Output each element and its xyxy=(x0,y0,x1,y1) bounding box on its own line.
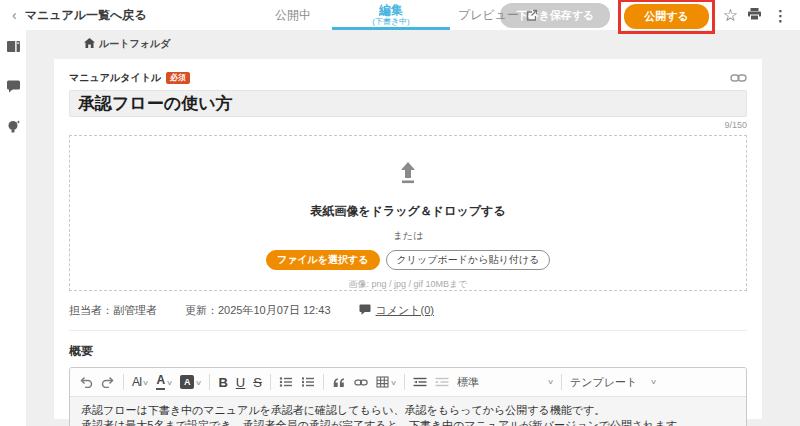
publish-button[interactable]: 公開する xyxy=(624,4,709,29)
manual-title-input[interactable] xyxy=(69,90,747,117)
manual-title-label: マニュアルタイトル xyxy=(69,71,161,85)
ordered-list-button[interactable] xyxy=(301,376,315,388)
manual-editor-app: ‹ マニュアル一覧へ戻る 公開中 編集 (下書き中) プレビュー xyxy=(0,0,800,426)
chevron-down-icon: ∨ xyxy=(390,379,397,386)
comments-link[interactable]: コメント(0) xyxy=(359,303,434,318)
copy-link-icon[interactable] xyxy=(730,72,747,84)
left-sidebar xyxy=(0,30,26,426)
section-divider xyxy=(69,330,747,331)
paste-clipboard-button[interactable]: クリップボードから貼り付ける xyxy=(386,250,551,270)
breadcrumb[interactable]: ルートフォルダ xyxy=(84,37,800,51)
upload-icon xyxy=(395,160,421,190)
overview-text-area[interactable]: 承認フローは下書き中のマニュアルを承認者に確認してもらい、承認をもらってから公開… xyxy=(70,397,746,426)
required-badge: 必須 xyxy=(166,72,190,84)
owner-text: 担当者：副管理者 xyxy=(69,303,157,318)
more-menu-button[interactable]: ⋮ xyxy=(771,8,790,23)
cover-image-dropzone[interactable]: 表紙画像をドラッグ＆ドロップする または ファイルを選択する クリップボードから… xyxy=(69,135,747,291)
tab-published[interactable]: 公開中 xyxy=(254,0,332,30)
favorite-star-button[interactable]: ☆ xyxy=(723,7,738,24)
dropzone-heading: 表紙画像をドラッグ＆ドロップする xyxy=(310,203,505,220)
comment-icon[interactable] xyxy=(6,79,21,93)
bold-button[interactable]: B xyxy=(218,376,227,389)
highlight-color-dropdown[interactable]: A ∨ xyxy=(180,375,201,389)
comments-label: コメント(0) xyxy=(376,303,434,318)
font-size-dropdown[interactable]: AI ∨ xyxy=(132,376,148,388)
breadcrumb-label: ルートフォルダ xyxy=(99,37,170,51)
home-icon xyxy=(84,38,95,50)
overview-paragraph: 承認フローは下書き中のマニュアルを承認者に確認してもらい、承認をもらってから公開… xyxy=(81,404,735,417)
star-icon: ☆ xyxy=(723,7,738,24)
toolbar-separator xyxy=(270,374,271,390)
title-char-counter: 9/150 xyxy=(69,120,747,130)
underline-button[interactable]: U xyxy=(236,376,245,389)
overview-heading: 概要 xyxy=(69,343,747,360)
chevron-down-icon: ∨ xyxy=(547,378,554,386)
blockquote-button[interactable] xyxy=(332,377,346,388)
updated-text: 更新：2025年10月07日 12:43 xyxy=(185,303,331,318)
publish-annotation-box: 公開する xyxy=(618,0,715,34)
printer-icon xyxy=(747,7,762,24)
kebab-menu-icon: ⋮ xyxy=(771,8,790,23)
table-dropdown[interactable]: ∨ xyxy=(376,376,396,388)
bullet-list-button[interactable] xyxy=(279,376,293,388)
toolbar-separator xyxy=(404,374,405,390)
select-file-button[interactable]: ファイルを選択する xyxy=(266,250,380,270)
indent-decrease-button[interactable] xyxy=(413,377,427,388)
tab-edit[interactable]: 編集 (下書き中) xyxy=(332,0,450,30)
indent-increase-button[interactable] xyxy=(435,377,449,388)
undo-button[interactable] xyxy=(79,376,93,388)
paragraph-style-select[interactable]: 標準 ∨ xyxy=(457,375,553,390)
dropzone-buttons: ファイルを選択する クリップボードから貼り付ける xyxy=(266,250,550,270)
chevron-down-icon: ∨ xyxy=(650,378,657,386)
toolbar-separator xyxy=(209,374,210,390)
top-header: ‹ マニュアル一覧へ戻る 公開中 編集 (下書き中) プレビュー xyxy=(0,0,800,30)
redo-button[interactable] xyxy=(101,376,115,388)
idea-icon[interactable] xyxy=(6,119,21,134)
strikethrough-button[interactable]: S xyxy=(253,376,262,389)
editor-toolbar: AI ∨ A ∨ A ∨ B U xyxy=(70,368,746,397)
manual-icon[interactable] xyxy=(6,40,21,53)
chevron-down-icon: ∨ xyxy=(195,379,202,386)
toolbar-separator xyxy=(561,374,562,390)
meta-row: 担当者：副管理者 更新：2025年10月07日 12:43 コメント(0) xyxy=(69,303,747,318)
dropzone-hint: 画像: png / jpg / gif 10MBまで xyxy=(349,278,468,291)
manual-edit-card: マニュアルタイトル 必須 9/150 表紙画像 xyxy=(54,59,762,419)
overview-paragraph: 承認者は最大5名まで設定でき、承認者全員の承認が完了すると、下書き中のマニュアル… xyxy=(81,419,735,426)
comment-bubble-icon xyxy=(359,304,371,317)
chevron-down-icon: ∨ xyxy=(142,379,149,386)
chevron-left-icon: ‹ xyxy=(12,8,17,22)
active-tab-underline xyxy=(332,27,450,30)
insert-link-button[interactable] xyxy=(354,377,368,388)
external-link-icon xyxy=(525,9,538,22)
title-label-row: マニュアルタイトル 必須 xyxy=(69,71,747,85)
content-area: ルートフォルダ マニュアルタイトル 必須 9/150 xyxy=(26,30,800,426)
tab-preview[interactable]: プレビュー xyxy=(450,0,546,30)
text-color-dropdown[interactable]: A ∨ xyxy=(156,374,172,389)
mode-tabs: 公開中 編集 (下書き中) プレビュー xyxy=(254,0,546,30)
toolbar-separator xyxy=(123,374,124,390)
chevron-down-icon: ∨ xyxy=(166,379,173,386)
toolbar-separator xyxy=(323,374,324,390)
overview-richtext-editor: AI ∨ A ∨ A ∨ B U xyxy=(69,367,747,426)
print-button[interactable] xyxy=(747,7,762,24)
back-to-manual-list[interactable]: ‹ マニュアル一覧へ戻る xyxy=(12,7,147,24)
template-select[interactable]: テンプレート ∨ xyxy=(570,375,656,390)
back-label: マニュアル一覧へ戻る xyxy=(25,7,147,24)
dropzone-or: または xyxy=(393,229,424,243)
